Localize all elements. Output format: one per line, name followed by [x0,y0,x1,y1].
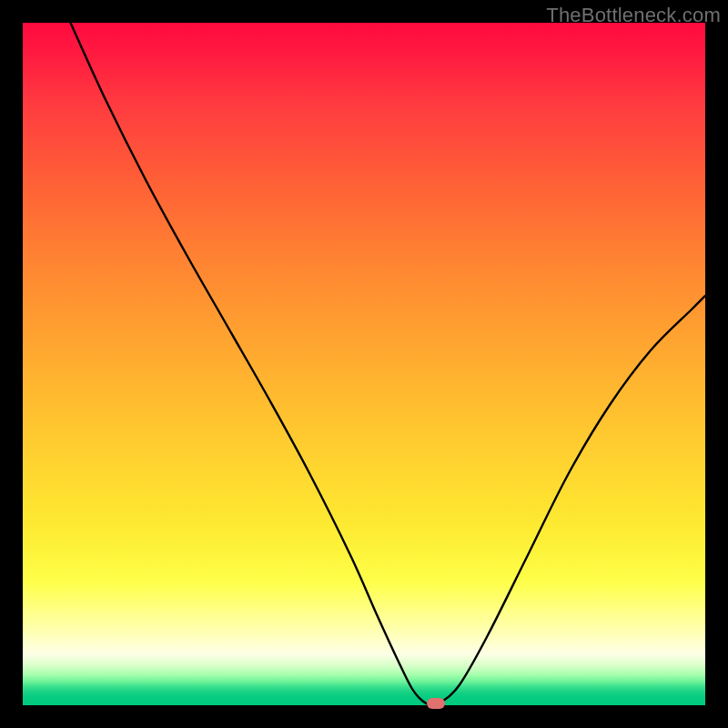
plot-area [23,23,705,705]
optimal-marker [427,698,445,709]
bottleneck-curve [23,23,705,705]
chart-frame: TheBottleneck.com [0,0,728,728]
